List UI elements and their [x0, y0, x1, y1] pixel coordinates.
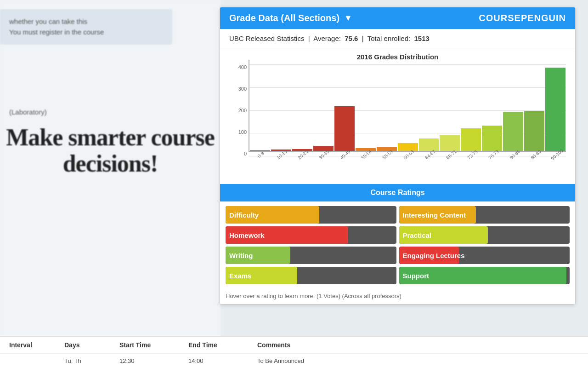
rating-difficulty[interactable]: Difficulty — [226, 206, 396, 224]
rating-label-exams: Exams — [229, 272, 251, 280]
ratings-footer: Hover over a rating to learn more. (1 Vo… — [220, 289, 575, 304]
rating-label-difficulty: Difficulty — [229, 211, 259, 219]
y-label-400: 400 — [229, 64, 247, 70]
bar-40-49 — [334, 106, 355, 151]
header-left: Grade Data (All Sections) ▼ — [229, 13, 352, 23]
chart-container: 0 100 200 300 400 — [229, 64, 566, 175]
schedule-header-comments: Comments — [257, 341, 349, 349]
rating-label-homework: Homework — [229, 231, 265, 239]
bar-85-89 — [524, 111, 544, 151]
bar-80-84 — [503, 112, 523, 151]
left-top-line2: You must register in the course — [9, 27, 163, 38]
rating-homework[interactable]: Homework — [226, 226, 396, 244]
rating-label-practical: Practical — [403, 231, 432, 239]
schedule-header-start: Start Time — [119, 341, 188, 349]
schedule-start: 12:30 — [119, 357, 188, 364]
schedule-interval — [9, 357, 64, 364]
chart-area: 2016 Grades Distribution 0 100 200 300 4… — [220, 48, 575, 184]
rating-label-interesting-content: Interesting Content — [403, 211, 466, 219]
rating-practical[interactable]: Practical — [399, 226, 570, 244]
rating-support[interactable]: Support — [399, 267, 570, 284]
enrolled-label: Total enrolled: — [368, 34, 410, 42]
rating-label-support: Support — [403, 272, 430, 280]
y-label-0: 0 — [229, 151, 247, 156]
average-label: Average: — [313, 34, 341, 42]
schedule-header-end: End Time — [188, 341, 257, 349]
main-widget: Grade Data (All Sections) ▼ COURSEPENGUI… — [220, 7, 576, 305]
rating-label-engaging-lectures: Engaging Lectures — [403, 252, 465, 259]
stats-label: UBC Released Statistics — [229, 34, 304, 42]
y-label-300: 300 — [229, 86, 247, 92]
stats-row: UBC Released Statistics | Average: 75.6 … — [220, 29, 575, 48]
left-top-line1: whether you can take this — [9, 17, 163, 27]
schedule-header-interval: Interval — [9, 341, 64, 349]
schedule-section: Interval Days Start Time End Time Commen… — [0, 336, 588, 368]
schedule-end: 14:00 — [188, 357, 257, 364]
lab-label: (Laboratory) — [9, 108, 47, 116]
left-panel: whether you can take this You must regis… — [0, 0, 220, 368]
schedule-days: Tu, Th — [64, 357, 119, 364]
x-labels: 0-910-1920-2930-3940-4950-5455-5960-6364… — [249, 153, 566, 166]
ratings-header: Course Ratings — [220, 184, 575, 201]
y-label-100: 100 — [229, 129, 247, 135]
brand-bold: PENGUIN — [521, 13, 566, 23]
rating-interesting-content[interactable]: Interesting Content — [399, 206, 570, 224]
rating-exams[interactable]: Exams — [226, 267, 396, 284]
rating-writing[interactable]: Writing — [226, 247, 396, 264]
schedule-comments: To Be Announced — [257, 357, 349, 364]
rating-label-writing: Writing — [229, 252, 253, 259]
schedule-row: Tu, Th 12:30 14:00 To Be Announced — [0, 354, 588, 368]
enrolled-value: 1513 — [414, 34, 430, 42]
left-top-box: whether you can take this You must regis… — [0, 9, 172, 45]
y-label-200: 200 — [229, 108, 247, 113]
chevron-down-icon[interactable]: ▼ — [344, 13, 352, 23]
tagline: Make smarter course decisions! — [5, 124, 216, 177]
ratings-grid: DifficultyInteresting ContentHomeworkPra… — [220, 201, 575, 289]
ratings-section: Course Ratings DifficultyInteresting Con… — [220, 184, 575, 304]
schedule-headers: Interval Days Start Time End Time Commen… — [0, 337, 588, 354]
bars-container — [249, 60, 566, 152]
brand: COURSEPENGUIN — [479, 13, 566, 23]
header-title: Grade Data (All Sections) — [229, 13, 339, 23]
average-value: 75.6 — [345, 34, 358, 42]
rating-engaging-lectures[interactable]: Engaging Lectures — [399, 247, 570, 264]
brand-regular: COURSE — [479, 13, 521, 23]
widget-header: Grade Data (All Sections) ▼ COURSEPENGUI… — [220, 7, 575, 29]
bar-90-100 — [545, 68, 565, 151]
schedule-header-days: Days — [64, 341, 119, 349]
